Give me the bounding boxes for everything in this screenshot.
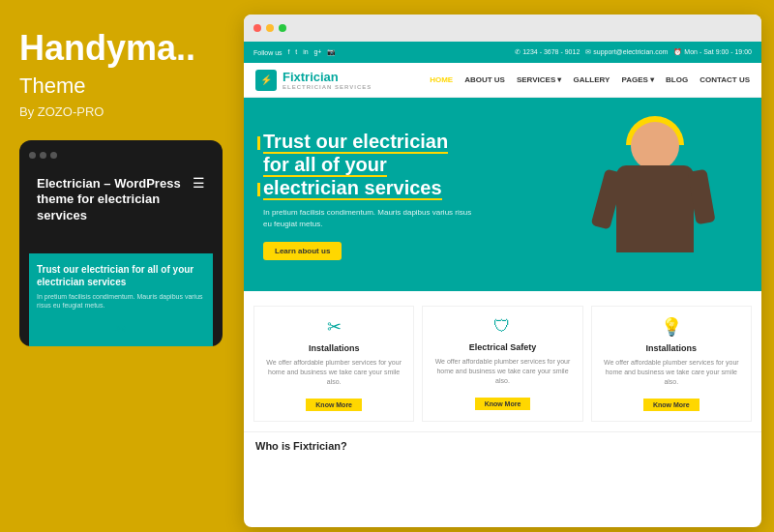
mobile-browser-dots — [29, 152, 213, 159]
service-card-1: ✂ Installations We offer affordable plum… — [253, 306, 414, 422]
site-topbar: Follow us f t in g+ 📷 ✆ 1234 - 3678 - 90… — [244, 42, 761, 63]
mobile-hero-title: Trust our electrician for all of your el… — [37, 263, 205, 288]
service-icon-1: ✂ — [260, 316, 407, 338]
services-grid: ✂ Installations We offer affordable plum… — [253, 306, 752, 422]
accent-line-bottom — [257, 183, 260, 196]
hero-title-line3: electrician services — [263, 177, 442, 200]
hero-section: Trust our electrician for all of your el… — [244, 98, 761, 291]
theme-subtitle: Theme — [19, 74, 218, 99]
service-text-3: We offer affordable plumber services for… — [598, 358, 745, 386]
mobile-dot-2 — [40, 152, 46, 159]
logo-name: Fixtrician — [283, 70, 372, 84]
service-title-2: Electrical Safety — [429, 342, 576, 352]
topbar-left: Follow us f t in g+ 📷 — [253, 48, 336, 56]
services-section: ✂ Installations We offer affordable plum… — [244, 291, 761, 431]
hero-body-text: In pretium facilisis condimentum. Mauris… — [263, 207, 476, 230]
service-icon-3: 💡 — [598, 316, 745, 338]
mobile-preview: ☰ Electrician – WordPress theme for elec… — [19, 140, 223, 347]
hero-content: Trust our electrician for all of your el… — [263, 130, 568, 260]
service-cta-3[interactable]: Know More — [643, 399, 700, 411]
hours-text: ⏰ Mon - Sat 9:00 - 19:00 — [673, 48, 752, 56]
service-icon-2: 🛡 — [429, 316, 576, 337]
head — [631, 122, 679, 170]
phone-text: ✆ 1234 - 3678 - 9012 — [515, 48, 580, 56]
mobile-title: Electrician – WordPress theme for electr… — [37, 176, 205, 225]
logo-text: Fixtrician ELECTRICIAN SERVICES — [283, 70, 372, 90]
mobile-dot-1 — [29, 152, 36, 159]
mobile-wrench-icon: ✂ — [115, 321, 127, 337]
service-title-1: Installations — [260, 343, 407, 353]
mobile-icon-row: ✂ — [37, 313, 205, 340]
hero-cta-button[interactable]: Learn about us — [263, 242, 342, 260]
nav-item-contact[interactable]: CONTACT US — [700, 75, 750, 84]
topbar-right: ✆ 1234 - 3678 - 9012 ✉ support@electrici… — [515, 48, 752, 56]
hero-image — [568, 98, 742, 291]
nav-item-pages[interactable]: PAGES ▾ — [621, 75, 654, 84]
hero-title-line1: Trust our electrician — [263, 131, 448, 154]
theme-title: Handyma.. — [19, 29, 218, 68]
nav-item-blog[interactable]: BLOG — [666, 75, 688, 84]
logo-icon: ⚡ — [255, 70, 277, 91]
service-text-1: We offer affordable plumber services for… — [260, 358, 407, 386]
footer-preview: Who is Fixtrician? — [244, 431, 761, 459]
service-cta-2[interactable]: Know More — [475, 398, 531, 410]
browser-dot-red — [253, 24, 261, 32]
browser-dot-yellow — [266, 24, 274, 32]
browser-chrome — [244, 15, 761, 42]
nav-menu: HOME ABOUT US SERVICES ▾ GALLERY PAGES ▾… — [430, 75, 750, 84]
main-preview: Follow us f t in g+ 📷 ✆ 1234 - 3678 - 90… — [244, 15, 761, 527]
browser-dot-green — [279, 24, 286, 32]
mobile-hero-text: In pretium facilisis condimentum. Mauris… — [37, 292, 205, 310]
hero-title-line2: for all of your — [263, 154, 387, 177]
nav-item-about[interactable]: ABOUT US — [464, 75, 505, 84]
nav-item-gallery[interactable]: GALLERY — [573, 75, 610, 84]
mobile-dot-3 — [50, 152, 57, 159]
email-text: ✉ support@electrician.com — [585, 48, 668, 56]
nav-item-home[interactable]: HOME — [430, 75, 453, 84]
mobile-hero: Trust our electrician for all of your el… — [29, 253, 213, 346]
service-cta-1[interactable]: Know More — [306, 399, 362, 411]
site-logo: ⚡ Fixtrician ELECTRICIAN SERVICES — [255, 70, 372, 91]
left-panel: Handyma.. Theme By ZOZO-PRO ☰ Electricia… — [0, 0, 237, 532]
mobile-hamburger-icon: ☰ — [193, 176, 205, 190]
theme-author: By ZOZO-PRO — [19, 104, 218, 119]
site-nav: ⚡ Fixtrician ELECTRICIAN SERVICES HOME A… — [244, 63, 761, 98]
body — [616, 165, 694, 252]
mobile-content: ☰ Electrician – WordPress theme for elec… — [29, 166, 213, 245]
service-title-3: Installations — [598, 343, 745, 353]
accent-line-top — [257, 136, 260, 150]
logo-sub: ELECTRICIAN SERVICES — [283, 84, 372, 90]
nav-item-services[interactable]: SERVICES ▾ — [517, 75, 562, 84]
service-text-2: We offer affordable plumber services for… — [429, 357, 576, 385]
follow-text: Follow us — [253, 49, 283, 56]
social-icons: f t in g+ 📷 — [288, 48, 337, 56]
electrician-figure — [582, 112, 728, 291]
service-card-3: 💡 Installations We offer affordable plum… — [591, 306, 752, 422]
hero-title: Trust our electrician for all of your el… — [263, 130, 558, 199]
service-card-2: 🛡 Electrical Safety We offer affordable … — [422, 306, 582, 422]
footer-heading: Who is Fixtrician? — [255, 440, 750, 452]
